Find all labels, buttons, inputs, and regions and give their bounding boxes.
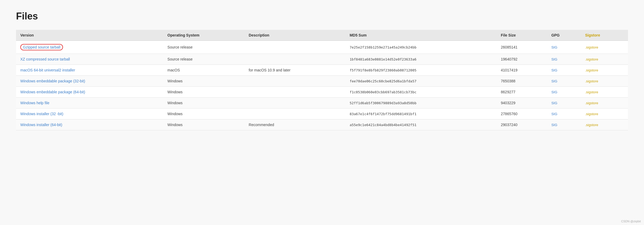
gpg-link[interactable]: SIG: [551, 112, 557, 116]
cell-filesize: 27865760: [497, 109, 547, 119]
cell-os: Windows: [163, 109, 244, 119]
cell-sigstore: .sigstore: [581, 109, 628, 119]
cell-description: [245, 98, 345, 109]
cell-gpg: SIG: [547, 65, 581, 76]
cell-version: macOS 64-bit universal2 installer: [16, 65, 163, 76]
cell-md5: fee70dae06c25c60cbe825d6a1bfda57: [345, 76, 496, 87]
cell-filesize: 19640792: [497, 54, 547, 65]
cell-os: Windows: [163, 119, 244, 130]
cell-version: Gzipped source tarball: [16, 41, 163, 54]
cell-os: Windows: [163, 98, 244, 109]
col-header-sigstore: Sigstore: [581, 30, 628, 41]
cell-version: Windows help file: [16, 98, 163, 109]
sigstore-link[interactable]: .sigstore: [585, 123, 598, 127]
cell-version: XZ compressed source tarball: [16, 54, 163, 65]
sigstore-link[interactable]: .sigstore: [585, 90, 598, 94]
table-row: XZ compressed source tarballSource relea…: [16, 54, 628, 65]
cell-version: Windows embeddable package (64-bit): [16, 87, 163, 98]
sigstore-link[interactable]: .sigstore: [585, 45, 598, 49]
table-row: Gzipped source tarballSource release7e25…: [16, 41, 628, 54]
table-header: Version Operating System Description MD5…: [16, 30, 628, 41]
cell-description: [245, 76, 345, 87]
cell-filesize: 9403229: [497, 98, 547, 109]
gpg-link[interactable]: SIG: [551, 101, 557, 105]
cell-sigstore: .sigstore: [581, 41, 628, 54]
cell-os: Source release: [163, 41, 244, 54]
cell-version: Windows embeddable package (32-bit): [16, 76, 163, 87]
cell-description: for macOS 10.9 and later: [245, 65, 345, 76]
sigstore-link[interactable]: .sigstore: [585, 68, 598, 72]
version-link[interactable]: Windows help file: [20, 101, 49, 105]
cell-description: [245, 54, 345, 65]
table-row: macOS 64-bit universal2 installermacOSfo…: [16, 65, 628, 76]
col-header-md5: MD5 Sum: [345, 30, 496, 41]
cell-sigstore: .sigstore: [581, 65, 628, 76]
gpg-link[interactable]: SIG: [551, 45, 557, 49]
cell-sigstore: .sigstore: [581, 87, 628, 98]
header-row: Version Operating System Description MD5…: [16, 30, 628, 41]
col-header-description: Description: [245, 30, 345, 41]
gpg-link[interactable]: SIG: [551, 123, 557, 127]
cell-md5: f1c0538b060e03cbb697ab3581cb73bc: [345, 87, 496, 98]
cell-description: Recommended: [245, 119, 345, 130]
cell-gpg: SIG: [547, 87, 581, 98]
cell-filesize: 29037240: [497, 119, 547, 130]
cell-filesize: 7650388: [497, 76, 547, 87]
table-row: Windows help fileWindows52ff1d6ab5f30067…: [16, 98, 628, 109]
version-link[interactable]: Windows embeddable package (64-bit): [20, 90, 85, 94]
cell-os: Windows: [163, 87, 244, 98]
cell-os: macOS: [163, 65, 244, 76]
table-body: Gzipped source tarballSource release7e25…: [16, 41, 628, 130]
cell-filesize: 8629277: [497, 87, 547, 98]
cell-md5: a55e9c1e6421c84a4bd8b4be41492f51: [345, 119, 496, 130]
cell-md5: f5f791f8e8bfb829f23860ab08712005: [345, 65, 496, 76]
files-table: Version Operating System Description MD5…: [16, 30, 628, 130]
cell-md5: 7e25e2f158b1259e271a45a249cb24bb: [345, 41, 496, 54]
cell-version: Windows installer (32 -bit): [16, 109, 163, 119]
cell-gpg: SIG: [547, 54, 581, 65]
sigstore-link[interactable]: .sigstore: [585, 79, 598, 83]
cell-description: [245, 109, 345, 119]
table-row: Windows installer (32 -bit)Windows83a67e…: [16, 109, 628, 119]
sigstore-link[interactable]: .sigstore: [585, 112, 598, 116]
cell-gpg: SIG: [547, 109, 581, 119]
cell-gpg: SIG: [547, 41, 581, 54]
version-link[interactable]: XZ compressed source tarball: [20, 57, 70, 61]
cell-sigstore: .sigstore: [581, 54, 628, 65]
col-header-version: Version: [16, 30, 163, 41]
cell-description: [245, 87, 345, 98]
cell-description: [245, 41, 345, 54]
version-link[interactable]: Gzipped source tarball: [20, 44, 63, 50]
cell-gpg: SIG: [547, 76, 581, 87]
cell-gpg: SIG: [547, 98, 581, 109]
cell-md5: 1bf8481a683e0881e14d52e0f23633a6: [345, 54, 496, 65]
cell-os: Windows: [163, 76, 244, 87]
cell-version: Windows installer (64-bit): [16, 119, 163, 130]
gpg-link[interactable]: SIG: [551, 79, 557, 83]
cell-filesize: 41017419: [497, 65, 547, 76]
cell-sigstore: .sigstore: [581, 76, 628, 87]
cell-os: Source release: [163, 54, 244, 65]
version-link[interactable]: macOS 64-bit universal2 installer: [20, 68, 75, 72]
table-row: Windows embeddable package (32-bit)Windo…: [16, 76, 628, 87]
table-row: Windows installer (64-bit)WindowsRecomme…: [16, 119, 628, 130]
sigstore-link[interactable]: .sigstore: [585, 57, 598, 61]
cell-filesize: 26085141: [497, 41, 547, 54]
sigstore-link[interactable]: .sigstore: [585, 101, 598, 105]
gpg-link[interactable]: SIG: [551, 57, 557, 61]
version-link[interactable]: Windows installer (32 -bit): [20, 112, 63, 116]
cell-sigstore: .sigstore: [581, 119, 628, 130]
cell-md5: 52ff1d6ab5f300679889d3a93a8d50bb: [345, 98, 496, 109]
col-header-filesize: File Size: [497, 30, 547, 41]
watermark-text: CSDN @ziqibit: [621, 220, 641, 223]
cell-sigstore: .sigstore: [581, 98, 628, 109]
version-link[interactable]: Windows installer (64-bit): [20, 123, 62, 127]
col-header-os: Operating System: [163, 30, 244, 41]
gpg-link[interactable]: SIG: [551, 68, 557, 72]
page-title: Files: [16, 11, 628, 22]
gpg-link[interactable]: SIG: [551, 90, 557, 94]
cell-gpg: SIG: [547, 119, 581, 130]
col-header-gpg: GPG: [547, 30, 581, 41]
version-link[interactable]: Windows embeddable package (32-bit): [20, 79, 85, 83]
table-row: Windows embeddable package (64-bit)Windo…: [16, 87, 628, 98]
